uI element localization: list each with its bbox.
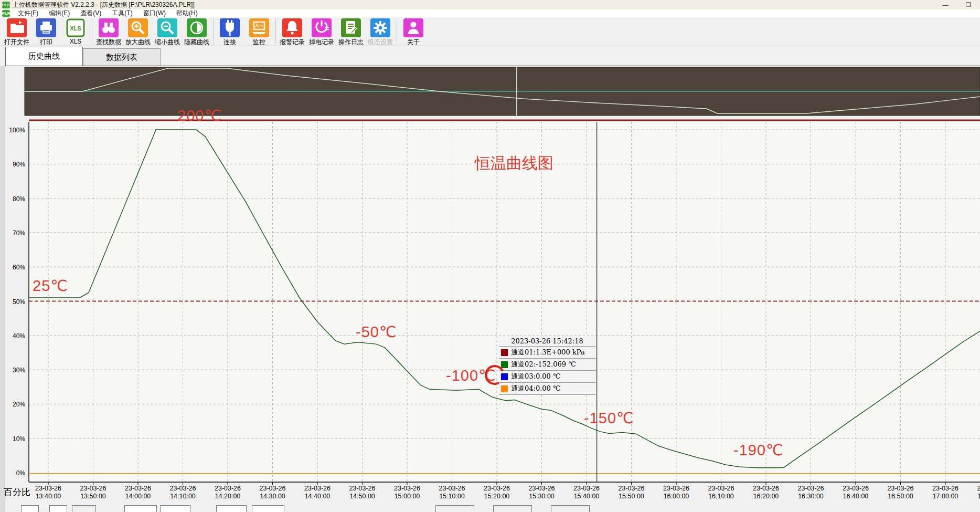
toolbar-separator (92, 19, 92, 44)
toolbar-separator (213, 19, 214, 44)
footer-spinner-0[interactable] (21, 505, 39, 512)
x-tick-date: 23-03-26 (977, 485, 980, 492)
x-tick-date: 23-03-26 (573, 485, 600, 492)
x-axis-tick-label: 23-03-2614:40:00 (304, 485, 331, 500)
toolbar-button-binoculars[interactable]: 查找数据 (94, 17, 123, 46)
svg-text:XLS: XLS (70, 25, 81, 32)
toolbar: 打开文件打印XLSXLS查找数据放大曲线缩小曲线隐藏曲线连接监控报警记录掉电记录… (0, 17, 980, 46)
tab-bar: 历史曲线数据列表 (5, 46, 980, 66)
x-axis-tick-label: 23-03-2615:50:00 (618, 485, 644, 500)
x-tick-date: 23-03-26 (753, 485, 779, 492)
menu-item-3[interactable]: 工具(T) (106, 9, 137, 18)
restore-button[interactable]: ❐ (957, 0, 980, 9)
toolbar-label: 连接 (223, 38, 236, 47)
x-axis-tick-label: 23-03-2613:50:00 (80, 485, 106, 500)
toolbar-button-zoom-out[interactable]: 缩小曲线 (153, 17, 182, 46)
x-tick-time: 15:30:00 (529, 493, 555, 500)
footer-button-2[interactable] (72, 505, 96, 512)
x-axis-tick-label: 23-03-2615:30:00 (528, 485, 555, 500)
x-tick-time: 15:50:00 (619, 493, 644, 500)
history-curve-canvas[interactable] (0, 66, 980, 512)
toolbar-button-xls[interactable]: XLSXLS (61, 17, 90, 46)
x-tick-time: 17:10:00 (977, 493, 980, 500)
temp-annotation-2: -50℃ (356, 323, 397, 341)
toolbar-label: 组态设置 (368, 38, 393, 47)
x-tick-date: 23-03-26 (439, 485, 465, 492)
x-axis-tick-label: 23-03-2614:00:00 (125, 485, 151, 500)
toolbar-button-doc-pencil[interactable]: 操作日志 (336, 17, 366, 46)
x-axis-tick-label: 23-03-2615:20:00 (484, 485, 510, 500)
bell-icon (282, 18, 302, 37)
toolbar-label: 关于 (407, 38, 420, 47)
y-axis-tick-label: 90% (4, 161, 25, 168)
toolbar-label: 查找数据 (96, 38, 121, 47)
temp-annotation-4: -150℃ (584, 409, 634, 427)
temp-annotation-5: -190℃ (733, 441, 784, 459)
toolbar-button-open-file[interactable]: 打开文件 (2, 17, 31, 46)
x-tick-date: 23-03-26 (304, 485, 331, 492)
toolbar-button-power[interactable]: 掉电记录 (307, 17, 336, 46)
toolbar-button-printer[interactable]: 打印 (31, 17, 61, 46)
y-axis-tick-label: 100% (4, 127, 25, 134)
person-icon (403, 18, 423, 37)
tab-data-list[interactable]: 数据列表 (83, 48, 161, 66)
x-tick-date: 23-03-26 (125, 485, 151, 492)
footer-button-7[interactable] (435, 505, 474, 512)
x-tick-time: 14:10:00 (170, 493, 196, 500)
y-axis-tick-label: 60% (4, 264, 25, 271)
menu-item-5[interactable]: 帮助(H) (171, 9, 203, 18)
y-axis-tick-label: 30% (4, 367, 25, 374)
channel-color-swatch (501, 361, 508, 368)
x-axis-tick-label: 23-03-2613:40:00 (35, 485, 61, 500)
binoculars-icon (99, 18, 119, 37)
open-file-icon (7, 18, 27, 37)
x-tick-time: 15:00:00 (395, 493, 420, 500)
window-title: 上位机数据管理软件 V2.2.2.3 - [历史数据 [F:\PLR\23032… (13, 1, 195, 9)
x-tick-time: 14:00:00 (125, 493, 151, 500)
toolbar-button-contrast[interactable]: 隐藏曲线 (182, 17, 211, 46)
x-tick-date: 23-03-26 (887, 485, 913, 492)
x-tick-date: 23-03-26 (80, 485, 106, 492)
footer-combo-3[interactable] (124, 505, 157, 512)
temp-annotation-1: 25℃ (33, 277, 68, 295)
x-tick-time: 16:50:00 (888, 493, 913, 500)
footer-combo-6[interactable] (252, 505, 284, 512)
menu-item-1[interactable]: 编辑(E) (44, 9, 75, 18)
footer-combo-4[interactable] (160, 505, 190, 512)
x-axis-tick-label: 23-03-2616:00:00 (663, 485, 689, 500)
footer-button-9[interactable] (551, 505, 590, 512)
channel-color-swatch (501, 385, 508, 392)
x-axis-tick-label: 23-03-2616:20:00 (753, 485, 779, 500)
chart-stage: 恒温曲线图 200℃25℃-50℃-100℃-150℃-190℃ 2023-03… (0, 66, 980, 512)
menu-item-2[interactable]: 查看(V) (75, 9, 106, 18)
app-icon: PLR (2, 2, 10, 8)
x-tick-time: 14:20:00 (215, 493, 241, 500)
footer-button-8[interactable] (493, 505, 532, 512)
footer-combo-5[interactable] (216, 505, 247, 512)
gear-icon (370, 18, 390, 37)
minimize-button[interactable]: — (934, 0, 957, 9)
toolbar-label: 隐藏曲线 (184, 38, 209, 47)
menu-item-4[interactable]: 窗口(W) (138, 9, 171, 18)
x-tick-time: 15:10:00 (439, 493, 465, 500)
y-axis-mode-label: 百分比 (4, 486, 30, 498)
toolbar-button-bell[interactable]: 报警记录 (278, 17, 307, 46)
x-tick-time: 16:00:00 (664, 493, 689, 500)
toolbar-label: XLS (70, 38, 82, 45)
x-tick-time: 17:00:00 (933, 493, 958, 500)
channel-value: 通道01:1.3E+000 kPa (511, 348, 585, 357)
footer-spinner-1[interactable] (49, 505, 67, 512)
toolbar-button-monitor[interactable]: 监控 (244, 17, 274, 46)
x-tick-date: 23-03-26 (932, 485, 958, 492)
x-axis-tick-label: 23-03-2616:30:00 (797, 485, 824, 500)
toolbar-button-plug[interactable]: 连接 (215, 17, 244, 46)
x-axis-tick-label: 23-03-2617:10:00 (977, 485, 980, 500)
toolbar-button-zoom-in[interactable]: 放大曲线 (123, 17, 153, 46)
toolbar-label: 掉电记录 (309, 38, 334, 47)
toolbar-button-person[interactable]: 关于 (399, 17, 428, 46)
title-bar: PLR 上位机数据管理软件 V2.2.2.3 - [历史数据 [F:\PLR\2… (0, 0, 980, 9)
menu-item-0[interactable]: 文件(F) (13, 9, 44, 18)
tooltip-row-channel-2: 通道02:-152.069 ℃ (499, 359, 595, 371)
tab-history-curve[interactable]: 历史曲线 (5, 47, 83, 66)
x-tick-time: 13:40:00 (36, 493, 61, 500)
